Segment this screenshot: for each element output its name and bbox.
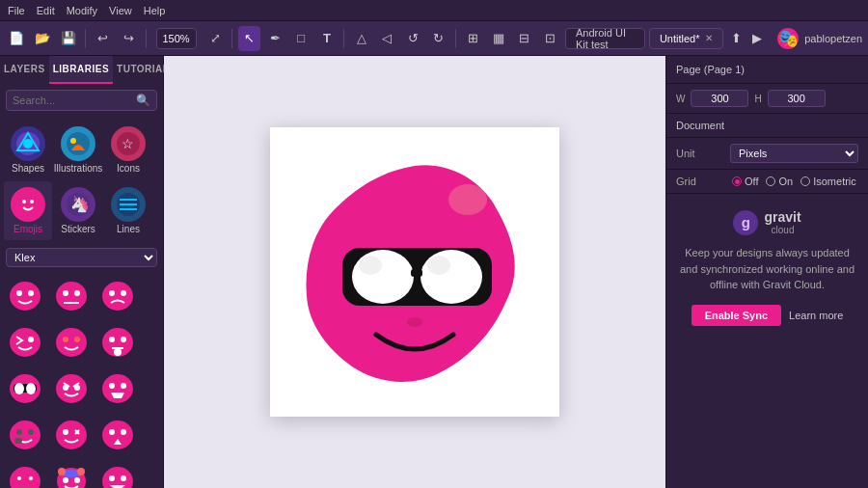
tab-libraries[interactable]: LIBRARIES <box>49 56 113 84</box>
svg-text:🦄: 🦄 <box>70 195 90 213</box>
gravit-cloud-section: g gravit cloud Keep your designs always … <box>666 194 868 341</box>
open-button[interactable]: 📂 <box>32 26 54 51</box>
svg-point-57 <box>109 429 115 435</box>
category-icons[interactable]: ☆ Icons <box>104 121 152 179</box>
pen-tool[interactable]: ✒ <box>264 26 286 51</box>
search-input[interactable] <box>13 95 136 106</box>
rotate-cw[interactable]: ↻ <box>427 26 449 51</box>
tab-layers[interactable]: LAYERS <box>0 56 49 84</box>
menu-modify[interactable]: Modify <box>67 5 97 16</box>
grid-isometric-radio[interactable] <box>800 176 810 186</box>
svg-point-23 <box>102 282 133 311</box>
emoji-item-3[interactable] <box>95 273 141 319</box>
new-button[interactable]: 📄 <box>6 26 28 51</box>
svg-point-58 <box>121 429 126 435</box>
svg-point-25 <box>121 290 126 296</box>
menu-file[interactable]: File <box>8 5 25 16</box>
grid-radio-group: Off On Isometric <box>732 176 856 187</box>
undo-button[interactable]: ↩ <box>92 26 114 51</box>
emojis-label: Emojis <box>14 224 42 234</box>
transform-tool[interactable]: △ <box>350 26 372 51</box>
svg-point-67 <box>77 468 85 475</box>
width-label: W <box>676 94 685 104</box>
text-tool[interactable]: T <box>316 26 339 51</box>
separator-2 <box>146 29 147 48</box>
avatar: 🎭 <box>777 28 799 49</box>
svg-text:☆: ☆ <box>122 136 134 151</box>
categories: Shapes Illustrations ☆ <box>0 117 163 244</box>
separator-3 <box>231 29 232 48</box>
svg-point-7 <box>16 193 40 216</box>
emoji-item-7[interactable] <box>2 366 48 412</box>
grid-off-option[interactable]: Off <box>732 176 758 187</box>
category-shapes[interactable]: Shapes <box>4 121 52 179</box>
svg-point-56 <box>102 420 133 449</box>
emoji-item-1[interactable] <box>2 273 48 319</box>
width-input[interactable] <box>691 90 748 107</box>
rotate-ccw[interactable]: ↺ <box>402 26 424 51</box>
emoji-pack-dropdown[interactable]: Klex Twitter Google <box>6 248 157 267</box>
gravit-name: gravit <box>764 209 800 225</box>
tab-android-kit[interactable]: Android UI Kit test <box>565 28 645 49</box>
mask-tool[interactable]: ⊡ <box>539 26 561 51</box>
emoji-item-6[interactable] <box>95 319 141 366</box>
right-panel: Page (Page 1) W H Document Unit Pixels I… <box>665 56 868 488</box>
emoji-item-2[interactable] <box>48 273 95 319</box>
save-button[interactable]: 💾 <box>58 26 80 51</box>
emoji-item-15[interactable] <box>95 458 141 488</box>
grid-label: Grid <box>676 176 724 187</box>
emoji-item-9[interactable] <box>95 366 141 412</box>
flip-h-tool[interactable]: ◁ <box>376 26 398 51</box>
present-button[interactable]: ▶ <box>748 26 766 51</box>
document-section-label: Document <box>666 114 868 138</box>
unit-select[interactable]: Pixels Inches Centimeters <box>730 144 858 163</box>
learn-more-button[interactable]: Learn more <box>789 310 843 321</box>
emoji-item-14[interactable] <box>48 458 95 488</box>
grid-isometric-label: Isometric <box>813 176 856 187</box>
illustrations-icon <box>61 126 95 161</box>
redo-button[interactable]: ↪ <box>118 26 140 51</box>
fit-button[interactable]: ⤢ <box>204 26 227 51</box>
group-tool[interactable]: ▦ <box>488 26 510 51</box>
select-tool[interactable]: ↖ <box>238 26 260 51</box>
category-stickers[interactable]: 🦄 Stickers <box>54 181 102 240</box>
svg-point-61 <box>17 476 21 480</box>
tab-untitled[interactable]: Untitled* ✕ <box>649 28 724 49</box>
cloud-description: Keep your designs always updated and syn… <box>680 245 854 293</box>
menu-edit[interactable]: Edit <box>37 5 55 16</box>
svg-point-37 <box>14 383 24 394</box>
svg-rect-82 <box>411 269 422 277</box>
svg-point-17 <box>16 290 22 296</box>
emojis-icon <box>11 187 45 222</box>
category-lines[interactable]: Lines <box>104 181 152 240</box>
category-emojis[interactable]: Emojis <box>4 181 52 240</box>
category-illustrations[interactable]: Illustrations <box>54 121 102 179</box>
grid-off-label: Off <box>745 176 758 187</box>
height-input[interactable] <box>768 90 826 107</box>
svg-point-29 <box>63 337 68 342</box>
tab-close-icon[interactable]: ✕ <box>705 33 713 43</box>
distribute-tool[interactable]: ⊟ <box>514 26 536 51</box>
emoji-item-11[interactable] <box>48 412 95 458</box>
grid-on-option[interactable]: On <box>766 176 793 187</box>
emoji-item-4[interactable] <box>2 319 48 366</box>
grid-isometric-option[interactable]: Isometric <box>800 176 856 187</box>
emoji-item-12[interactable] <box>95 412 141 458</box>
shape-tool[interactable]: □ <box>290 26 312 51</box>
enable-sync-button[interactable]: Enable Sync <box>692 305 781 326</box>
emoji-item-5[interactable] <box>48 319 95 366</box>
tab-area: Android UI Kit test Untitled* ✕ ⬆ ▶ 🎭 pa… <box>565 26 862 51</box>
gravit-name-block: gravit cloud <box>764 209 800 235</box>
zoom-display[interactable]: 150% <box>156 28 197 49</box>
emoji-item-10[interactable] <box>2 412 48 458</box>
svg-point-79 <box>420 250 482 304</box>
grid-on-radio[interactable] <box>766 176 775 186</box>
align-tool[interactable]: ⊞ <box>462 26 484 51</box>
menu-help[interactable]: Help <box>144 5 166 16</box>
export-button[interactable]: ⬆ <box>727 26 745 51</box>
grid-off-radio[interactable] <box>732 176 742 186</box>
menu-view[interactable]: View <box>109 5 132 16</box>
emoji-item-13[interactable] <box>2 458 48 488</box>
emoji-item-8[interactable] <box>48 366 95 412</box>
panel-tabs: LAYERS LIBRARIES TUTORIALS <box>0 56 163 84</box>
